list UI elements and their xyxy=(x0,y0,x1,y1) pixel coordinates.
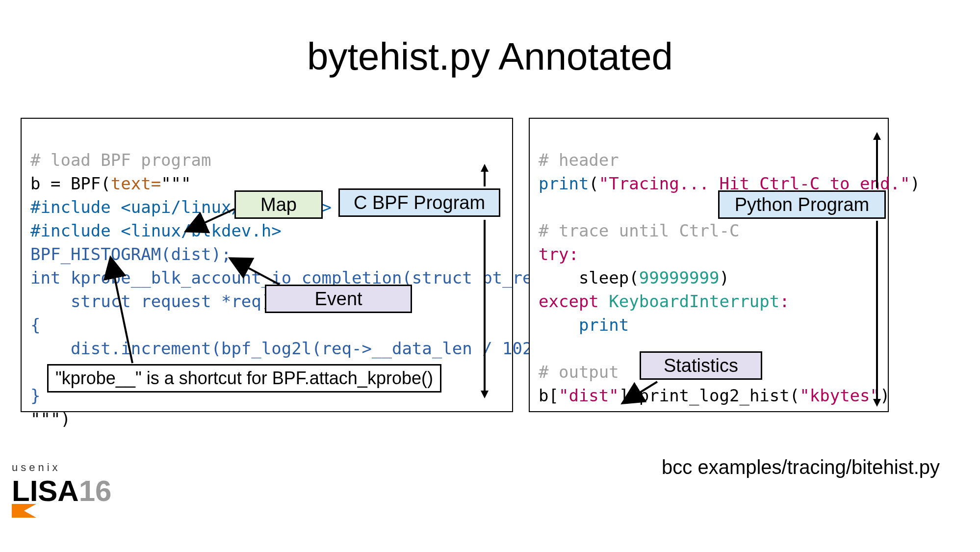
logo-usenix-text: usenix xyxy=(12,461,111,474)
footer-source-path: bcc examples/tracing/bitehist.py xyxy=(662,456,940,478)
page-title: bytehist.py Annotated xyxy=(0,34,980,79)
code-line: { xyxy=(30,315,40,335)
code-line: struct request *req) xyxy=(30,291,271,311)
code-line: # trace until Ctrl-C xyxy=(539,221,739,240)
note-kprobe-shortcut: "kprobe__" is a shortcut for BPF.attach_… xyxy=(47,364,441,393)
code-line: except xyxy=(539,291,609,311)
code-line: } xyxy=(30,386,40,405)
logo-flag-icon xyxy=(12,504,36,518)
code-line: """) xyxy=(30,409,71,429)
code-line: # output xyxy=(539,362,619,382)
code-line: # header xyxy=(539,150,619,170)
label-map: Map xyxy=(234,190,323,219)
code-line: BPF_HISTOGRAM(dist); xyxy=(30,244,231,264)
code-line: print xyxy=(539,315,629,335)
label-event: Event xyxy=(265,285,412,313)
code-line: sleep( xyxy=(539,268,639,288)
slide: bytehist.py Annotated # load BPF program… xyxy=(0,0,980,552)
logo-lisa-text: LISA16 xyxy=(12,474,111,508)
code-line: dist.increment(bpf_log2l(req->__data_len… xyxy=(30,339,572,358)
label-statistics: Statistics xyxy=(640,351,762,380)
label-c-bpf-program: C BPF Program xyxy=(338,188,500,217)
svg-marker-12 xyxy=(12,504,36,518)
code-line: #include <linux/blkdev.h> xyxy=(30,221,282,240)
code-line: print xyxy=(539,174,589,193)
code-line xyxy=(539,339,548,358)
code-line xyxy=(539,197,548,217)
logo: usenix LISA16 xyxy=(12,461,111,518)
label-python-program: Python Program xyxy=(718,190,886,219)
code-line: try: xyxy=(539,244,579,264)
code-line: # load BPF program xyxy=(30,150,211,170)
code-line: b = BPF( xyxy=(30,174,111,193)
code-line: b[ xyxy=(539,386,559,405)
